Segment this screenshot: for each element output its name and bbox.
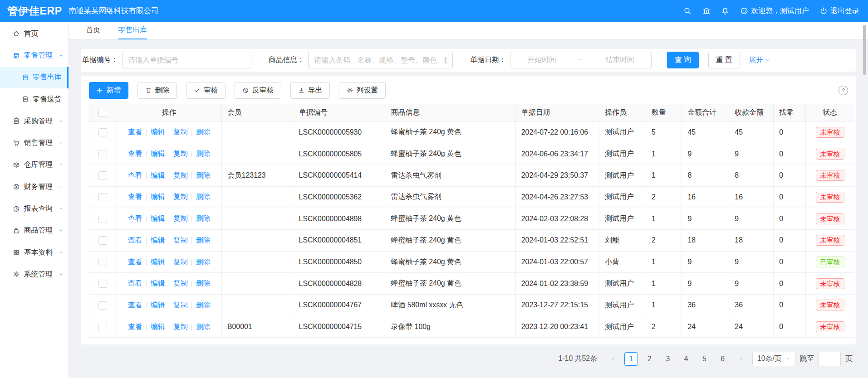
- row-view-link[interactable]: 查看: [128, 171, 142, 179]
- row-delete-link[interactable]: 删除: [196, 214, 211, 222]
- page-button[interactable]: 5: [697, 352, 711, 366]
- row-view-link[interactable]: 查看: [128, 279, 142, 287]
- row-view-link[interactable]: 查看: [128, 193, 142, 200]
- sidebar-item-product-management[interactable]: 商品管理: [0, 220, 69, 242]
- sidebar-item-retail-outbound[interactable]: 零售出库: [0, 67, 69, 88]
- row-checkbox[interactable]: [98, 215, 107, 223]
- sidebar-item-purchase-management[interactable]: 采购管理: [0, 110, 69, 132]
- logout-button[interactable]: 退出登录: [819, 6, 859, 16]
- page-button[interactable]: 4: [679, 352, 693, 366]
- row-edit-link[interactable]: 编辑: [151, 279, 165, 287]
- date-range-input[interactable]: 开始时间 ~ 结束时间: [510, 52, 652, 68]
- row-copy-link[interactable]: 复制: [173, 323, 188, 330]
- sidebar-item-sales-management[interactable]: 销售管理: [0, 132, 69, 154]
- prev-page-button[interactable]: [606, 352, 620, 366]
- row-delete-link[interactable]: 删除: [196, 301, 211, 309]
- row-edit-link[interactable]: 编辑: [151, 323, 165, 330]
- row-delete-link[interactable]: 删除: [196, 323, 211, 330]
- row-checkbox[interactable]: [98, 280, 107, 288]
- vertical-scrollbar[interactable]: [863, 25, 866, 75]
- row-view-link[interactable]: 查看: [128, 323, 142, 330]
- row-checkbox[interactable]: [98, 301, 107, 310]
- row-checkbox[interactable]: [98, 323, 107, 331]
- search-button[interactable]: 查 询: [667, 52, 699, 68]
- export-button[interactable]: 导出: [290, 82, 330, 99]
- sidebar-item-home[interactable]: 首页: [0, 23, 69, 44]
- export-button-label: 导出: [308, 86, 323, 95]
- row-delete-link[interactable]: 删除: [196, 150, 211, 157]
- row-delete-link[interactable]: 删除: [196, 193, 211, 200]
- tab-retail-outbound[interactable]: 零售出库: [118, 22, 147, 39]
- row-copy-link[interactable]: 复制: [173, 214, 188, 222]
- row-edit-link[interactable]: 编辑: [151, 193, 165, 200]
- row-checkbox[interactable]: [98, 258, 107, 266]
- row-copy-link[interactable]: 复制: [173, 258, 188, 266]
- row-view-link[interactable]: 查看: [128, 301, 142, 309]
- sidebar-item-warehouse-management[interactable]: 仓库管理: [0, 154, 69, 176]
- row-edit-link[interactable]: 编辑: [151, 301, 165, 309]
- row-checkbox[interactable]: [98, 150, 107, 158]
- page-size-select[interactable]: 10条/页: [752, 352, 795, 366]
- tab-home[interactable]: 首页: [86, 22, 100, 39]
- user-menu[interactable]: 欢迎您，测试用户: [740, 6, 809, 16]
- select-all-checkbox[interactable]: [98, 109, 107, 117]
- row-delete-link[interactable]: 删除: [196, 128, 211, 136]
- page-button[interactable]: 2: [642, 352, 657, 366]
- sidebar-item-report-query[interactable]: 报表查询: [0, 198, 69, 219]
- sidebar-item-label: 财务管理: [24, 182, 53, 192]
- row-view-link[interactable]: 查看: [128, 150, 142, 157]
- row-copy-link[interactable]: 复制: [173, 128, 188, 136]
- delete-button[interactable]: 删除: [137, 82, 177, 99]
- row-checkbox[interactable]: [98, 128, 107, 136]
- sidebar-item-retail-management[interactable]: 零售管理: [0, 44, 69, 66]
- row-view-link[interactable]: 查看: [128, 128, 142, 136]
- row-copy-link[interactable]: 复制: [173, 301, 188, 309]
- column-settings-button[interactable]: 列设置: [339, 82, 386, 99]
- row-edit-link[interactable]: 编辑: [151, 236, 165, 244]
- unaudit-button[interactable]: 反审核: [235, 82, 281, 99]
- row-view-link[interactable]: 查看: [128, 236, 142, 244]
- row-edit-link[interactable]: 编辑: [151, 128, 165, 136]
- sidebar-item-system-management[interactable]: 系统管理: [0, 263, 69, 285]
- next-page-button[interactable]: [734, 352, 748, 366]
- help-icon[interactable]: ?: [839, 86, 848, 95]
- search-icon[interactable]: [683, 7, 691, 15]
- main-content: 首页 零售出库 单据编号： 商品信息： 单据日期： 开始时间 ~ 结束时间 查 …: [69, 22, 868, 378]
- row-delete-link[interactable]: 删除: [196, 171, 211, 179]
- row-copy-link[interactable]: 复制: [173, 279, 188, 287]
- sidebar-item-basic-data[interactable]: 基本资料: [0, 242, 69, 263]
- audit-button[interactable]: 审核: [186, 82, 226, 99]
- page-button[interactable]: 1: [624, 352, 638, 366]
- add-button[interactable]: 新增: [89, 82, 129, 99]
- sidebar-item-finance-management[interactable]: 财务管理: [0, 176, 69, 198]
- organization-icon[interactable]: [702, 7, 711, 15]
- row-copy-link[interactable]: 复制: [173, 171, 188, 179]
- jump-page-input[interactable]: [819, 352, 841, 366]
- sidebar-item-retail-return[interactable]: 零售退货: [0, 88, 69, 110]
- row-edit-link[interactable]: 编辑: [151, 214, 165, 222]
- row-view-link[interactable]: 查看: [128, 258, 142, 266]
- bill-no-input[interactable]: [122, 52, 251, 68]
- reset-button[interactable]: 重 置: [708, 52, 740, 68]
- row-edit-link[interactable]: 编辑: [151, 258, 165, 266]
- row-checkbox[interactable]: [98, 193, 107, 201]
- product-info-input[interactable]: [308, 52, 453, 68]
- row-copy-link[interactable]: 复制: [173, 150, 188, 157]
- row-delete-link[interactable]: 删除: [196, 258, 211, 266]
- row-checkbox[interactable]: [98, 236, 107, 244]
- row-delete-link[interactable]: 删除: [196, 279, 211, 287]
- notification-bell-icon[interactable]: [721, 7, 729, 15]
- sidebar-item-label: 商品管理: [24, 226, 53, 235]
- page-button[interactable]: 6: [716, 352, 730, 366]
- page-button[interactable]: 3: [661, 352, 675, 366]
- row-copy-link[interactable]: 复制: [173, 236, 188, 244]
- row-copy-link[interactable]: 复制: [173, 193, 188, 200]
- row-delete-link[interactable]: 删除: [196, 236, 211, 244]
- row-view-link[interactable]: 查看: [128, 214, 142, 222]
- expand-toggle[interactable]: 展开: [749, 55, 770, 65]
- row-edit-link[interactable]: 编辑: [151, 150, 165, 157]
- row-checkbox[interactable]: [98, 171, 107, 179]
- date-cell: 2024-01-03 22:52:51: [515, 230, 599, 252]
- row-edit-link[interactable]: 编辑: [151, 171, 165, 179]
- column-header: 操作: [117, 104, 221, 121]
